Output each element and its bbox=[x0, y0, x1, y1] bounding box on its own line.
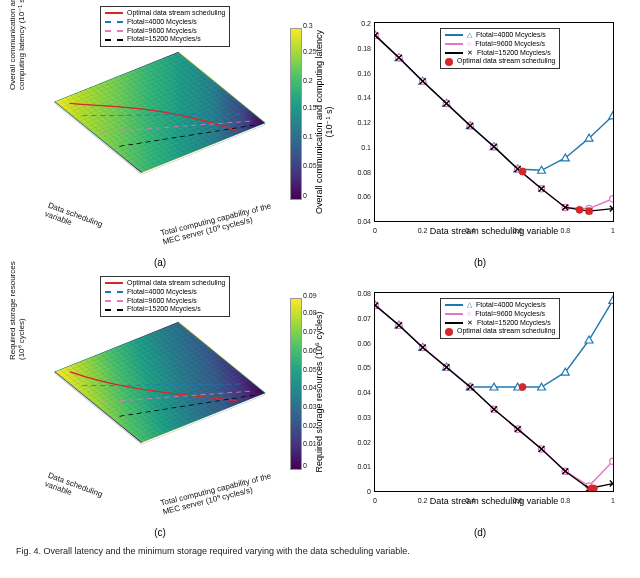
panel-c-surface bbox=[54, 322, 266, 443]
panel-b-sublabel: (b) bbox=[320, 255, 640, 268]
panel-c-legend: Optimal data stream scheduling Ftotal=40… bbox=[100, 276, 230, 317]
panel-c-zlabel: Required storage resources (10⁶ cycles) bbox=[8, 261, 26, 360]
panel-b: 0 0.2 0.4 0.6 0.8 1 0.04 0.06 0.08 0.1 0… bbox=[320, 0, 640, 270]
panel-c-ylabel: Total computing capability of the MEC se… bbox=[160, 471, 275, 516]
figure-caption: Fig. 4. Overall latency and the minimum … bbox=[0, 540, 640, 578]
panel-c: Required storage resources (10⁶ cycles) … bbox=[0, 270, 320, 540]
panel-b-legend: △Ftotal=4000 Mcycles/s ○Ftotal=9600 Mcyc… bbox=[440, 28, 560, 69]
panel-a-axes3d: Overall communication and computing late… bbox=[40, 20, 280, 220]
panel-d-sublabel: (d) bbox=[320, 525, 640, 538]
panel-a: Overall communication and computing late… bbox=[0, 0, 320, 270]
panel-c-colorbar: 0 0.01 0.02 0.03 0.04 0.05 0.06 0.07 0.0… bbox=[290, 298, 302, 470]
panel-c-xlabel: Data scheduling variable bbox=[44, 471, 104, 508]
svg-point-10 bbox=[610, 196, 613, 202]
panel-a-legend: Optimal data stream scheduling Ftotal=40… bbox=[100, 6, 230, 47]
svg-point-12 bbox=[576, 206, 583, 213]
panel-a-colorbar: 0 0.05 0.1 0.15 0.2 0.25 0.3 bbox=[290, 28, 302, 200]
panel-a-sublabel: (a) bbox=[0, 255, 320, 268]
svg-point-11 bbox=[519, 168, 526, 175]
panel-d: 0 0.2 0.4 0.6 0.8 1 0 0.01 0.02 0.03 0.0… bbox=[320, 270, 640, 540]
svg-point-25 bbox=[519, 384, 526, 391]
svg-point-27 bbox=[590, 485, 597, 491]
panel-c-sublabel: (c) bbox=[0, 525, 320, 538]
panel-a-surface bbox=[54, 52, 266, 173]
panel-c-axes3d: Required storage resources (10⁶ cycles) … bbox=[40, 290, 280, 490]
panel-d-xlabel: Data stream scheduling variable bbox=[374, 496, 614, 506]
panel-a-zlabel: Overall communication and computing late… bbox=[8, 0, 26, 90]
figure-4: Overall communication and computing late… bbox=[0, 0, 640, 578]
panel-d-legend: △Ftotal=4000 Mcycles/s ○Ftotal=9600 Mcyc… bbox=[440, 298, 560, 339]
panel-a-ylabel: Total computing capability of the MEC se… bbox=[160, 201, 275, 246]
panel-b-xlabel: Data stream scheduling variable bbox=[374, 226, 614, 236]
panel-a-xlabel: Data scheduling variable bbox=[44, 201, 104, 238]
panel-d-ylabel: Required storage resources (10⁶ cycles) bbox=[314, 292, 324, 492]
svg-point-24 bbox=[610, 458, 613, 464]
panel-b-ylabel: Overall communication and computing late… bbox=[314, 22, 334, 222]
svg-point-13 bbox=[586, 208, 593, 215]
